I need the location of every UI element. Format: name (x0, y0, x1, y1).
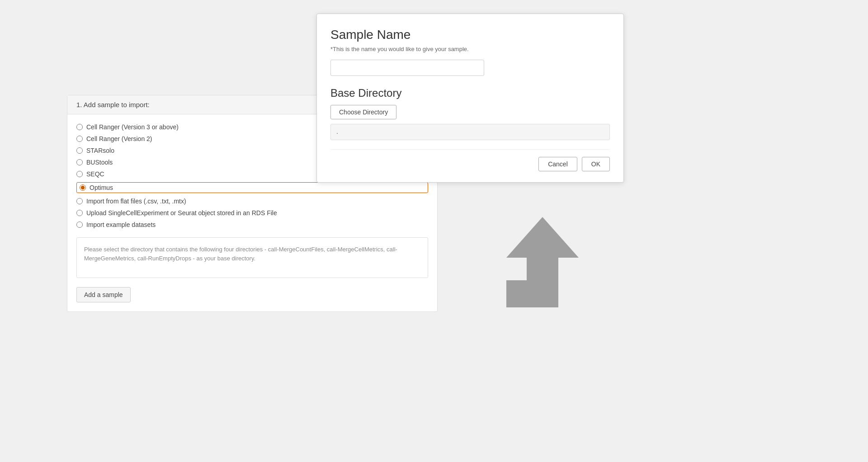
radio-label-optimus: Optimus (90, 184, 113, 191)
radio-label-starsolo: STARsolo (86, 147, 114, 154)
ok-button[interactable]: OK (582, 157, 610, 171)
radio-cellranger2[interactable] (76, 136, 83, 142)
radio-item-flatfiles[interactable]: Import from flat files (.csv, .txt, .mtx… (76, 198, 428, 205)
modal-footer: Cancel OK (330, 157, 610, 171)
radio-rds[interactable] (76, 210, 83, 216)
radio-item-rds[interactable]: Upload SingleCellExperiment or Seurat ob… (76, 209, 428, 217)
radio-cellranger3[interactable] (76, 124, 83, 130)
modal-divider (330, 149, 610, 150)
radio-label-cellranger3: Cell Ranger (Version 3 or above) (86, 123, 179, 131)
radio-optimus[interactable] (80, 184, 86, 191)
directory-path-display: . (330, 124, 610, 140)
radio-bustools[interactable] (76, 159, 83, 165)
import-panel-title: 1. Add sample to import: (76, 101, 150, 108)
radio-label-example: Import example datasets (86, 221, 156, 228)
cancel-button[interactable]: Cancel (538, 157, 577, 171)
radio-starsolo[interactable] (76, 147, 83, 154)
radio-example[interactable] (76, 222, 83, 228)
add-sample-button[interactable]: Add a sample (76, 287, 131, 302)
base-directory-title: Base Directory (330, 87, 610, 99)
sample-name-title: Sample Name (330, 28, 610, 42)
base-directory-section: Base Directory Choose Directory . (330, 87, 610, 140)
radio-item-optimus[interactable]: Optimus (76, 182, 428, 193)
radio-label-rds: Upload SingleCellExperiment or Seurat ob… (86, 209, 277, 217)
sample-name-subtitle: *This is the name you would like to give… (330, 46, 610, 52)
sample-name-input[interactable] (330, 60, 484, 76)
radio-label-seqc: SEQC (86, 170, 104, 178)
sample-name-section: Sample Name *This is the name you would … (330, 28, 610, 87)
radio-label-cellranger2: Cell Ranger (Version 2) (86, 135, 152, 142)
radio-item-example[interactable]: Import example datasets (76, 221, 428, 228)
arrow-svg (506, 217, 579, 321)
modal-dialog: Sample Name *This is the name you would … (316, 14, 624, 183)
radio-seqc[interactable] (76, 171, 83, 177)
description-box: Please select the directory that contain… (76, 237, 428, 278)
choose-directory-button[interactable]: Choose Directory (330, 105, 396, 119)
radio-label-flatfiles: Import from flat files (.csv, .txt, .mtx… (86, 198, 186, 205)
arrow-annotation (506, 217, 579, 321)
radio-label-bustools: BUStools (86, 159, 113, 166)
description-text: Please select the directory that contain… (84, 246, 397, 262)
radio-flatfiles[interactable] (76, 198, 83, 204)
